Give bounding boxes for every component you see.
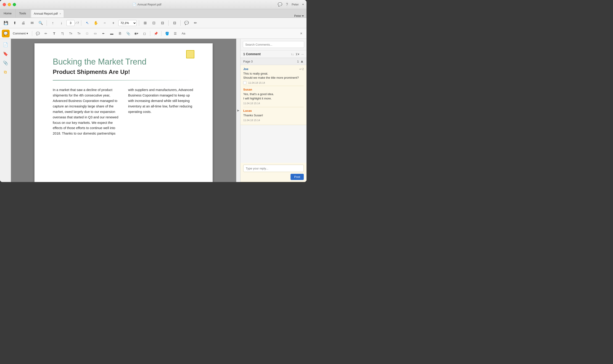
user-chevron-icon[interactable]: ▾ <box>302 3 304 6</box>
filter-button[interactable]: ⊻▾ <box>295 52 299 56</box>
email-button[interactable]: ✉ <box>28 19 36 27</box>
titlebar-right: 💬 ? Peter ▾ <box>278 2 304 7</box>
page-label-row: Page 3 1 ▲ <box>240 58 306 65</box>
comment-panel-button[interactable]: 💬 <box>183 19 190 27</box>
collapse-right-button[interactable]: ▶ <box>236 39 240 182</box>
zoom-select[interactable]: 72,1% 50% 75% 100% 125% <box>118 20 137 26</box>
pdf-title: Bucking the Market Trend <box>53 57 194 67</box>
forms-button[interactable]: ⊟ <box>171 19 178 27</box>
joe-comment-text: This is really great. Should we make the… <box>243 72 304 80</box>
tab-annual-report[interactable]: Annual Report.pdf × <box>31 9 64 18</box>
pen-tool[interactable]: ✒ <box>100 30 107 37</box>
sidebar-bookmarks-icon[interactable]: 🔖 <box>1 50 10 58</box>
traffic-lights <box>3 3 16 6</box>
toolbar-sep-3 <box>139 20 139 26</box>
comments-search-area <box>240 39 306 50</box>
next-page-button[interactable]: ↓ <box>58 19 65 27</box>
sidebar-pages-icon[interactable]: 📄 <box>1 41 10 49</box>
zoom-out-button[interactable]: − <box>101 19 108 27</box>
pin-tool[interactable]: 📌 <box>152 30 159 37</box>
sticky-note[interactable] <box>186 50 194 58</box>
main-toolbar: 💾 ⬆ 🖨 ✉ 🔍 ↑ ↓ / 7 ↖ ✋ − + 72,1% 50% 75% … <box>0 18 306 28</box>
text-cursor-tool[interactable]: T| <box>59 30 66 37</box>
highlighter-tool[interactable]: ▬ <box>108 30 115 37</box>
close-window-button[interactable] <box>3 3 6 6</box>
minimize-window-button[interactable] <box>8 3 11 6</box>
font-tool[interactable]: Aa <box>180 30 187 37</box>
hand-tool-button[interactable]: ✋ <box>92 19 99 27</box>
print-button[interactable]: 🖨 <box>20 19 27 27</box>
tab-close-button[interactable]: × <box>60 12 61 15</box>
toolbar-sep-5 <box>181 20 181 26</box>
tab-home[interactable]: Home <box>0 9 15 18</box>
comments-search-input[interactable] <box>243 41 304 48</box>
fill-color-tool[interactable]: 🪣 <box>164 30 170 37</box>
susan-reply-text: Yes, that's a good idea. I will highligh… <box>243 92 304 100</box>
shapes-tool[interactable]: ◉▾ <box>133 30 140 37</box>
attach-tool[interactable]: 📎 <box>125 30 132 37</box>
page-number-input[interactable] <box>67 20 75 26</box>
reply-input[interactable] <box>243 165 304 172</box>
pdf-area: Bucking the Market Trend Product Shipmen… <box>11 39 236 182</box>
upload-button[interactable]: ⬆ <box>11 19 18 27</box>
joe-author: Joe <box>243 67 248 71</box>
edit-button[interactable]: ✏ <box>192 19 199 27</box>
text-box-tool[interactable]: □ <box>84 30 90 37</box>
user-button[interactable]: Peter ▾ <box>294 14 304 18</box>
joe-comment-header: Joe ↩2 <box>243 67 304 71</box>
fit-page-button[interactable]: ⊞ <box>141 19 149 27</box>
pdf-divider <box>53 80 194 80</box>
toolbar-sep-1 <box>47 20 47 26</box>
search-button[interactable]: 🔍 <box>37 19 44 27</box>
ct-sep-2 <box>150 31 150 36</box>
lucas-reply-header: Lucas <box>243 109 304 112</box>
pencil-tool[interactable]: ✏ <box>42 30 49 37</box>
eraser-tool[interactable]: ◻ <box>141 30 148 37</box>
sidebar-attachments-icon[interactable]: 📎 <box>1 59 10 67</box>
area-tool[interactable]: ▭ <box>92 30 99 37</box>
sort-button[interactable]: ↑↓ <box>291 52 294 56</box>
sidebar-layers-icon[interactable]: ⧉ <box>1 68 10 76</box>
fit-width-button[interactable]: ⊡ <box>150 19 157 27</box>
speech-bubble-tool[interactable]: 💬 <box>34 30 41 37</box>
lucas-reply-text: Thanks Susan! <box>243 113 304 117</box>
text-sub-tool[interactable]: Ta <box>75 30 82 37</box>
page-comment-count: 1 <box>297 60 299 63</box>
comment-active-button[interactable]: 💬 <box>2 30 10 37</box>
maximize-window-button[interactable] <box>13 3 16 6</box>
user-name-tab: Peter <box>294 14 301 18</box>
page-group-3: Page 3 1 ▲ Joe ↩2 <box>240 58 306 125</box>
joe-checkbox[interactable] <box>243 81 246 84</box>
chat-icon[interactable]: 💬 <box>278 2 282 7</box>
pdf-col-2: with suppliers and manufacturers, Advanc… <box>128 87 194 136</box>
cursor-tool-button[interactable]: ↖ <box>84 19 91 27</box>
lines-tool[interactable]: ☰ <box>172 30 179 37</box>
stamp-tool[interactable]: 🖹 <box>116 30 123 37</box>
comments-count: 1 Comment <box>243 52 261 56</box>
text-super-tool[interactable]: Ta <box>67 30 74 37</box>
page-label: Page 3 <box>243 60 253 63</box>
help-icon[interactable]: ? <box>286 2 288 7</box>
comments-header: 1 Comment ↑↓ ⊻▾ ··· <box>240 50 306 58</box>
post-button[interactable]: Post <box>291 174 304 180</box>
zoom-in-button[interactable]: + <box>110 19 117 27</box>
comment-toolbar-close[interactable]: × <box>298 30 305 37</box>
page-collapse-icon[interactable]: ▲ <box>300 59 304 63</box>
more-button[interactable]: ··· <box>301 52 304 56</box>
susan-author: Susan <box>243 88 252 91</box>
save-button[interactable]: 💾 <box>2 19 10 27</box>
tab-tools[interactable]: Tools <box>15 9 30 18</box>
comments-controls: ↑↓ ⊻▾ ··· <box>291 52 304 56</box>
tabbar: Home Tools Annual Report.pdf × Peter ▾ <box>0 9 306 18</box>
user-name[interactable]: Peter <box>292 3 299 6</box>
text-tool[interactable]: T <box>51 30 57 37</box>
reply-input-area: Post <box>240 163 306 182</box>
comment-label-button[interactable]: Comment ▾ <box>11 31 30 36</box>
joe-comment-meta: 11.04.18 15:14 <box>243 81 304 84</box>
page-total: / 7 <box>76 21 79 25</box>
comment-thread-joe: Joe ↩2 This is really great. Should we m… <box>240 65 306 125</box>
comment-label-text: Comment <box>13 32 26 35</box>
prev-page-button[interactable]: ↑ <box>49 19 56 27</box>
tabbar-right: Peter ▾ <box>292 14 306 18</box>
fit-height-button[interactable]: ⊟ <box>159 19 166 27</box>
